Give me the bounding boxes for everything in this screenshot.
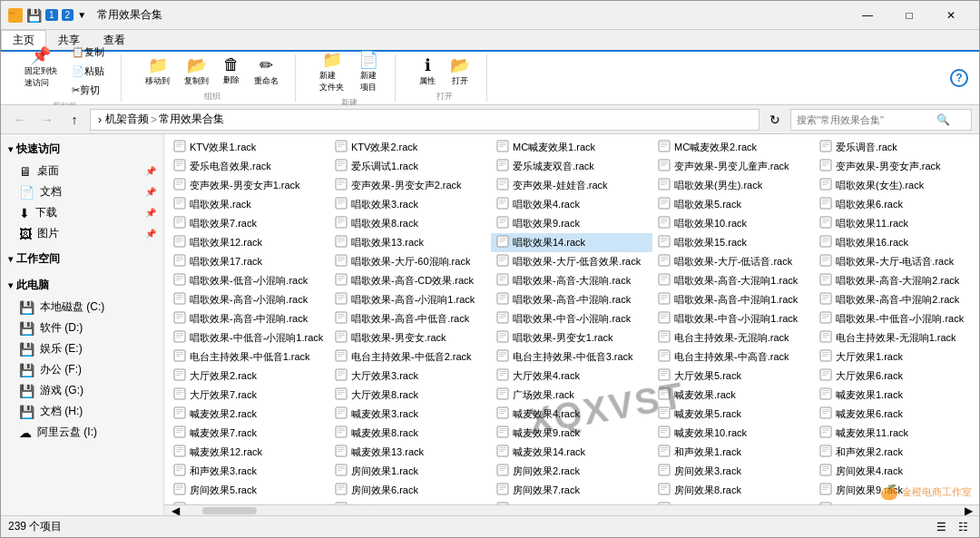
file-item[interactable]: 房间效果5.rack: [168, 481, 329, 500]
file-item[interactable]: 变声效果-男变女声1.rack: [168, 176, 329, 195]
file-item[interactable]: 房间效果8.rack: [652, 481, 814, 500]
file-item[interactable]: 大厅效果7.rack: [168, 386, 329, 405]
sidebar-item-drive-f[interactable]: 💾 办公 (F:): [1, 359, 163, 380]
file-item[interactable]: 大厅效果1.rack: [814, 347, 975, 367]
file-item[interactable]: 唱歌效果3.rack: [329, 195, 491, 214]
new-item-btn[interactable]: 📄 新建项目: [353, 48, 384, 95]
file-item[interactable]: 唱歌效果4.rack: [491, 195, 652, 214]
path-root[interactable]: ›: [98, 113, 102, 126]
file-item[interactable]: 喊麦效果12.rack: [168, 443, 329, 462]
help-button[interactable]: ?: [950, 69, 968, 87]
file-item[interactable]: 唱歌效果-高音-中混响2.rack: [814, 290, 975, 309]
file-item[interactable]: 房间效果9.rack: [814, 481, 975, 500]
file-item[interactable]: 唱歌效果-大厅-低话音.rack: [652, 252, 814, 271]
file-item[interactable]: 房间效果3.rack: [652, 462, 814, 481]
file-item[interactable]: 喊麦效果10.rack: [652, 424, 814, 443]
minimize-button[interactable]: —: [847, 1, 888, 30]
file-item[interactable]: 唱歌效果-高音-中低音.rack: [329, 309, 491, 328]
file-item[interactable]: 喊麦效果4.rack: [491, 405, 652, 424]
file-item[interactable]: 爱乐调音.rack: [814, 138, 975, 157]
file-item[interactable]: 喊麦效果6.rack: [814, 405, 975, 424]
quick-access-num1[interactable]: 1: [45, 9, 58, 21]
file-item[interactable]: 喊麦效果.rack: [652, 386, 814, 405]
file-item[interactable]: 大厅效果3.rack: [329, 367, 491, 386]
file-item[interactable]: 房间效果6.rack: [329, 481, 491, 500]
file-item[interactable]: 变声效果-娃娃音.rack: [491, 176, 652, 195]
file-item[interactable]: 大厅效果6.rack: [814, 367, 975, 386]
sidebar-item-drive-c[interactable]: 💾 本地磁盘 (C:): [1, 297, 163, 318]
file-item[interactable]: 电台主持效果-无混响.rack: [652, 328, 814, 347]
file-item[interactable]: 唱歌效果-大厅-低音效果.rack: [491, 252, 652, 271]
file-item[interactable]: 唱歌效果5.rack: [652, 195, 814, 214]
file-item[interactable]: 变声效果-男变女声2.rack: [329, 176, 491, 195]
file-item[interactable]: 喊麦效果7.rack: [168, 424, 329, 443]
file-item[interactable]: 大厅效果2.rack: [168, 367, 329, 386]
address-path[interactable]: › 机架音频 > 常用效果合集: [90, 109, 760, 131]
file-item[interactable]: 唱歌效果9.rack: [491, 214, 652, 233]
sidebar-header-thispc[interactable]: ▾ 此电脑: [1, 274, 163, 297]
file-item[interactable]: 唱歌效果-男变女.rack: [329, 328, 491, 347]
file-item[interactable]: 唱歌效果11.rack: [814, 214, 975, 233]
list-view-btn[interactable]: ☰: [932, 518, 950, 536]
file-item[interactable]: 唱歌效果-高音-CD效果.rack: [329, 271, 491, 290]
move-to-btn[interactable]: 📁 移动到: [140, 54, 175, 89]
file-item[interactable]: 电台主持效果-中低音1.rack: [168, 347, 329, 367]
file-item[interactable]: 和声效果3.rack: [168, 462, 329, 481]
new-folder-btn[interactable]: 📁 新建文件夹: [314, 48, 349, 95]
file-item[interactable]: 唱歌效果-高音-大混响.rack: [491, 271, 652, 290]
file-item[interactable]: 电台主持效果-中低音2.rack: [329, 347, 491, 367]
file-item[interactable]: 喊麦效果11.rack: [814, 424, 975, 443]
file-item[interactable]: 唱歌效果-高音-中混响.rack: [168, 309, 329, 328]
file-item[interactable]: 唱歌效果-高音-小混响.rack: [168, 290, 329, 309]
file-item[interactable]: 唱歌效果14.rack: [491, 233, 652, 252]
file-item[interactable]: 喊麦效果5.rack: [652, 405, 814, 424]
file-item[interactable]: 广场效果.rack: [491, 386, 652, 405]
file-item[interactable]: 唱歌效果10.rack: [652, 214, 814, 233]
file-item[interactable]: 唱歌效果-大厅-60混响.rack: [329, 252, 491, 271]
paste-btn[interactable]: 📄 粘贴: [66, 63, 110, 80]
file-item[interactable]: 唱歌效果13.rack: [329, 233, 491, 252]
file-item[interactable]: MC喊麦效果2.rack: [652, 138, 814, 157]
file-item[interactable]: 唱歌效果-高音-中混响.rack: [491, 290, 652, 309]
quick-access-save[interactable]: 💾: [26, 8, 42, 23]
sidebar-item-documents[interactable]: 📄 文档 📌: [1, 181, 163, 202]
sidebar-item-drive-e[interactable]: 💾 娱乐 (E:): [1, 338, 163, 359]
cut-btn[interactable]: ✂ 剪切: [66, 82, 110, 99]
file-item[interactable]: 唱歌效果-高音-中混响1.rack: [652, 290, 814, 309]
file-item[interactable]: 喊麦效果14.rack: [491, 443, 652, 462]
file-item[interactable]: 唱歌效果8.rack: [329, 214, 491, 233]
file-item[interactable]: 唱歌效果-中音-小混响1.rack: [652, 309, 814, 328]
file-item[interactable]: 电台主持效果-中低音3.rack: [491, 347, 652, 367]
file-item[interactable]: 大厅效果8.rack: [329, 386, 491, 405]
file-item[interactable]: 喊麦效果8.rack: [329, 424, 491, 443]
file-item[interactable]: 唱歌效果(男生).rack: [652, 176, 814, 195]
sidebar-item-drive-d[interactable]: 💾 软件 (D:): [1, 318, 163, 338]
file-item[interactable]: 唱歌效果-中音-小混响.rack: [491, 309, 652, 328]
details-view-btn[interactable]: ☷: [954, 518, 972, 536]
search-box[interactable]: 🔍: [790, 109, 972, 131]
file-item[interactable]: 和声效果2.rack: [814, 443, 975, 462]
sidebar-item-downloads[interactable]: ⬇ 下载 📌: [1, 202, 163, 223]
file-item[interactable]: 电台主持效果-无混响1.rack: [814, 328, 975, 347]
file-item[interactable]: 唱歌效果16.rack: [814, 233, 975, 252]
refresh-button[interactable]: ↻: [763, 108, 787, 132]
sidebar-header-quickaccess[interactable]: ▾ 快速访问: [1, 138, 163, 161]
file-item[interactable]: 唱歌效果-高音-小混响1.rack: [329, 290, 491, 309]
quick-access-num2[interactable]: 2: [62, 9, 74, 21]
file-item[interactable]: 爱乐城麦双音.rack: [491, 157, 652, 176]
horizontal-scrollbar[interactable]: ◀ ▶: [164, 504, 979, 515]
file-item[interactable]: 唱歌效果.rack: [168, 195, 329, 214]
file-item[interactable]: 房间效果7.rack: [491, 481, 652, 500]
file-item[interactable]: 唱歌效果6.rack: [814, 195, 975, 214]
rename-btn[interactable]: ✏ 重命名: [249, 54, 284, 89]
path-parent[interactable]: 机架音频: [105, 112, 149, 127]
file-item[interactable]: 喊麦效果13.rack: [329, 443, 491, 462]
sidebar-item-drive-h[interactable]: 💾 文档 (H:): [1, 401, 163, 422]
file-item[interactable]: 唱歌效果15.rack: [652, 233, 814, 252]
sidebar-header-workspace[interactable]: ▾ 工作空间: [1, 248, 163, 270]
pin-to-quickaccess-btn[interactable]: 📌 固定到快速访问: [19, 44, 63, 99]
sidebar-item-drive-i[interactable]: ☁ 阿里云盘 (I:): [1, 422, 163, 443]
title-dropdown[interactable]: ▼: [77, 10, 86, 20]
file-item[interactable]: 房间效果1.rack: [329, 462, 491, 481]
file-item[interactable]: 唱歌效果-高音-大混响1.rack: [652, 271, 814, 290]
